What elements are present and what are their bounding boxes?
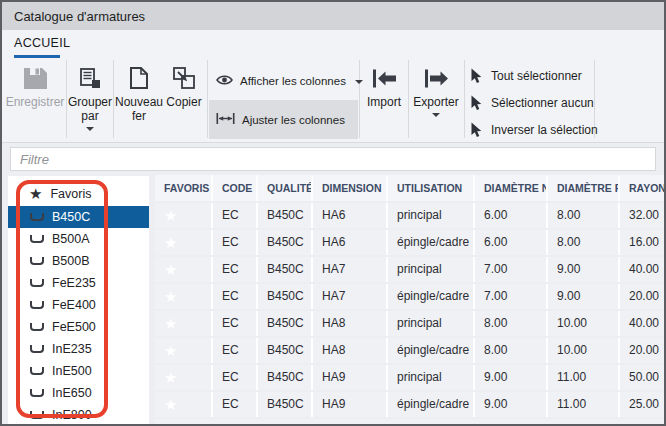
save-button[interactable]: Enregistrer	[5, 61, 65, 109]
column-header-diametre-r[interactable]: DIAMÈTRE R	[548, 175, 620, 201]
save-label: Enregistrer	[6, 95, 65, 109]
stirrup-icon	[30, 345, 44, 353]
export-button[interactable]: Exporter	[410, 61, 462, 117]
sidebar-item-b500a[interactable]: B500A	[8, 228, 149, 250]
column-header-favoris[interactable]: FAVORIS	[155, 175, 213, 201]
ribbon-separator	[359, 60, 360, 138]
stirrup-icon	[30, 279, 44, 287]
table-cell: EC	[213, 257, 258, 282]
tab-accueil[interactable]: ACCUEIL	[14, 30, 70, 55]
sidebar-item-favoris[interactable]: Favoris	[8, 182, 149, 206]
sidebar-item-label: B450C	[52, 210, 90, 224]
table-row[interactable]: ECB450CHA8principal8.0010.0040.00	[155, 311, 664, 336]
ribbon: Enregistrer Grouper par	[2, 58, 664, 143]
table-cell: EC	[213, 338, 258, 363]
cursor-icon	[470, 122, 482, 138]
sidebar-item-fee400[interactable]: FeE400	[8, 294, 149, 316]
stirrup-icon	[30, 367, 44, 375]
table-row-partial	[155, 419, 664, 424]
group-by-button[interactable]: Grouper par	[67, 61, 113, 131]
table-cell: épingle/cadre	[388, 284, 475, 309]
fit-columns-button[interactable]: Ajuster les colonnes	[209, 100, 358, 139]
invert-selection-button[interactable]: Inverser la sélection	[470, 118, 592, 142]
column-header-utilisation[interactable]: UTILISATION	[388, 175, 475, 201]
stirrup-icon	[30, 389, 44, 397]
table-row[interactable]: ECB450CHA9épingle/cadre9.0011.0025.00	[155, 392, 664, 417]
sidebar-item-b500b[interactable]: B500B	[8, 250, 149, 272]
sidebar-item-ine235[interactable]: InE235	[8, 338, 149, 360]
table-cell: principal	[388, 203, 475, 228]
sidebar-item-b450c[interactable]: B450C	[8, 206, 149, 228]
table-cell: EC	[213, 311, 258, 336]
sidebar-item-label: FeE400	[52, 298, 96, 312]
table-cell: 9.00	[548, 284, 620, 309]
title-bar[interactable]: Catalogue d'armatures	[2, 2, 664, 30]
stirrup-icon	[30, 301, 44, 309]
ribbon-separator	[408, 60, 409, 138]
sidebar-item-fee235[interactable]: FeE235	[8, 272, 149, 294]
table-cell: HA9	[313, 365, 388, 390]
table-row[interactable]: ECB450CHA9principal9.0011.0050.00	[155, 365, 664, 390]
table-cell: 8.00	[475, 338, 548, 363]
sidebar-item-fee500[interactable]: FeE500	[8, 316, 149, 338]
table-row[interactable]: ECB450CHA7épingle/cadre7.009.0020.00	[155, 284, 664, 309]
column-header-qualite[interactable]: QUALITÉ	[258, 175, 313, 201]
stirrup-icon	[30, 235, 44, 243]
cursor-icon	[470, 68, 482, 84]
favorite-star-icon[interactable]	[155, 311, 213, 336]
new-bar-label: Nouveau fer	[114, 95, 164, 123]
sidebar-item-ine800[interactable]: InE800	[8, 404, 149, 424]
filter-input[interactable]	[10, 147, 656, 171]
import-button[interactable]: Import	[361, 61, 407, 109]
table-cell: 9.00	[548, 257, 620, 282]
copy-button[interactable]: Copier	[162, 61, 206, 109]
export-arrow-icon	[424, 61, 449, 95]
table-row[interactable]: ECB450CHA6principal6.008.0032.00	[155, 203, 664, 228]
table-cell: EC	[213, 284, 258, 309]
select-none-button[interactable]: Sélectionner aucun	[470, 91, 592, 115]
favorite-star-icon[interactable]	[155, 203, 213, 228]
sidebar-item-label: FeE500	[52, 320, 96, 334]
table-cell: 9.00	[475, 365, 548, 390]
table-row[interactable]: ECB450CHA6épingle/cadre6.008.0016.00	[155, 230, 664, 255]
table-cell: épingle/cadre	[388, 338, 475, 363]
table-cell: 9.00	[475, 392, 548, 417]
select-all-button[interactable]: Tout sélectionner	[470, 64, 592, 88]
fit-columns-label: Ajuster les colonnes	[242, 114, 345, 126]
sidebar-item-ine500[interactable]: InE500	[8, 360, 149, 382]
stirrup-icon	[30, 257, 44, 265]
table-cell: EC	[213, 392, 258, 417]
favorite-star-icon[interactable]	[155, 338, 213, 363]
table-cell: B450C	[258, 311, 313, 336]
ribbon-separator	[207, 60, 208, 138]
table-cell: EC	[213, 365, 258, 390]
table-row[interactable]: ECB450CHA8épingle/cadre8.0010.0020.00	[155, 338, 664, 363]
column-header-code[interactable]: CODE	[213, 175, 258, 201]
new-document-icon	[129, 61, 149, 95]
import-label: Import	[367, 95, 401, 109]
table-cell: HA7	[313, 257, 388, 282]
favorite-star-icon[interactable]	[155, 365, 213, 390]
favorite-star-icon[interactable]	[155, 392, 213, 417]
star-icon	[29, 186, 50, 202]
show-columns-button[interactable]: Afficher les colonnes	[209, 61, 358, 100]
column-header-rayon[interactable]: RAYON	[620, 175, 664, 201]
column-header-dimension[interactable]: DIMENSION	[313, 175, 388, 201]
table-row[interactable]: ECB450CHA7principal7.009.0040.00	[155, 257, 664, 282]
table-cell: 40.00	[620, 311, 664, 336]
table-cell: HA7	[313, 284, 388, 309]
table-cell: 32.00	[620, 203, 664, 228]
table-cell: B450C	[258, 203, 313, 228]
table-cell: EC	[213, 203, 258, 228]
favorite-star-icon[interactable]	[155, 257, 213, 282]
stirrup-icon	[30, 323, 44, 331]
column-header-diametre-n[interactable]: DIAMÈTRE N	[475, 175, 548, 201]
catalog-window: Catalogue d'armatures ACCUEIL Enregistre…	[0, 0, 666, 426]
table-cell: 10.00	[548, 311, 620, 336]
new-bar-button[interactable]: Nouveau fer	[114, 61, 164, 123]
select-none-label: Sélectionner aucun	[491, 96, 594, 110]
sidebar-item-ine650[interactable]: InE650	[8, 382, 149, 404]
favorite-star-icon[interactable]	[155, 230, 213, 255]
favorite-star-icon[interactable]	[155, 284, 213, 309]
table-cell: 7.00	[475, 257, 548, 282]
